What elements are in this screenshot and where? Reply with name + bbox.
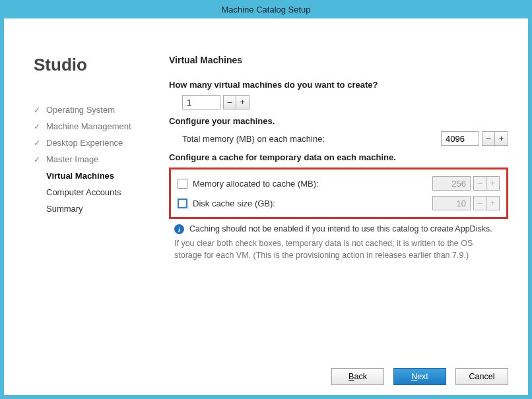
window-title: Machine Catalog Setup <box>221 5 310 15</box>
footer: Back Next Cancel <box>4 358 528 395</box>
total-memory-increment[interactable]: + <box>495 131 508 146</box>
app-name: Studio <box>34 55 152 75</box>
cache-heading: Configure a cache for temporary data on … <box>169 152 508 162</box>
wizard-window: Machine Catalog Setup Studio ✓ Operating… <box>0 0 532 399</box>
sidebar-item-label: Desktop Experience <box>46 138 123 148</box>
sidebar-item-operating-system[interactable]: ✓ Operating System <box>24 102 152 118</box>
check-icon: ✓ <box>34 138 44 148</box>
cache-disk-option[interactable]: Disk cache size (GB): <box>178 199 275 208</box>
cache-memory-checkbox[interactable] <box>178 179 187 189</box>
cache-disk-stepper: – + <box>432 196 500 210</box>
cache-memory-increment: + <box>486 176 500 191</box>
sidebar-item-label: Operating System <box>46 105 115 115</box>
sidebar-item-machine-management[interactable]: ✓ Machine Management <box>24 118 152 135</box>
main-panel: Virtual Machines How many virtual machin… <box>152 55 508 352</box>
sidebar-item-label: Master Image <box>46 154 98 164</box>
cancel-button[interactable]: Cancel <box>455 368 508 385</box>
content-area: Studio ✓ Operating System ✓ Machine Mana… <box>4 18 528 395</box>
total-memory-stepper: – + <box>441 131 508 146</box>
configure-heading: Configure your machines. <box>169 116 508 126</box>
sidebar-item-summary[interactable]: ✓ Summary <box>24 200 152 217</box>
vm-count-input[interactable] <box>182 95 220 109</box>
sidebar-item-label: Virtual Machines <box>46 171 114 181</box>
back-button[interactable]: Back <box>331 368 384 385</box>
page-heading: Virtual Machines <box>169 55 508 65</box>
next-button[interactable]: Next <box>393 368 446 385</box>
sidebar-item-computer-accounts[interactable]: ✓ Computer Accounts <box>24 184 152 200</box>
cache-memory-decrement: – <box>473 176 486 191</box>
check-icon: ✓ <box>34 122 44 131</box>
total-memory-input[interactable] <box>441 131 479 146</box>
sidebar: Studio ✓ Operating System ✓ Machine Mana… <box>24 55 152 352</box>
check-icon: ✓ <box>34 106 44 115</box>
info-icon: i <box>174 224 184 234</box>
cache-disk-checkbox[interactable] <box>178 199 187 208</box>
titlebar: Machine Catalog Setup <box>0 0 532 18</box>
cache-info-text: Caching should not be enabled if you int… <box>189 224 492 233</box>
cache-memory-input <box>432 176 471 191</box>
cache-memory-option[interactable]: Memory allocated to cache (MB): <box>178 179 319 189</box>
sidebar-item-label: Summary <box>46 204 83 214</box>
vm-count-decrement[interactable]: – <box>223 95 236 109</box>
cache-disk-increment: + <box>486 196 500 210</box>
vm-count-increment[interactable]: + <box>236 95 249 109</box>
cache-disk-label: Disk cache size (GB): <box>193 199 275 208</box>
cache-memory-label: Memory allocated to cache (MB): <box>193 179 319 189</box>
cache-disk-decrement: – <box>473 196 486 210</box>
cache-highlight-box: Memory allocated to cache (MB): – + Dis <box>169 168 508 219</box>
sidebar-item-master-image[interactable]: ✓ Master Image <box>24 151 152 168</box>
total-memory-label: Total memory (MB) on each machine: <box>182 134 325 144</box>
sidebar-item-label: Computer Accounts <box>46 187 121 197</box>
total-memory-decrement[interactable]: – <box>482 131 495 146</box>
vm-count-question: How many virtual machines do you want to… <box>169 80 508 90</box>
vm-count-stepper: – + <box>182 95 249 109</box>
wizard-steps: ✓ Operating System ✓ Machine Management … <box>24 102 152 217</box>
sidebar-item-virtual-machines[interactable]: ✓ Virtual Machines <box>24 168 152 184</box>
cache-memory-stepper: – + <box>432 176 500 191</box>
sidebar-item-desktop-experience[interactable]: ✓ Desktop Experience <box>24 135 152 151</box>
sidebar-item-label: Machine Management <box>46 121 131 131</box>
cache-info: i Caching should not be enabled if you i… <box>174 224 508 234</box>
check-icon: ✓ <box>34 155 44 164</box>
cache-disk-input <box>432 196 471 210</box>
cache-note: If you clear both check boxes, temporary… <box>174 238 491 261</box>
